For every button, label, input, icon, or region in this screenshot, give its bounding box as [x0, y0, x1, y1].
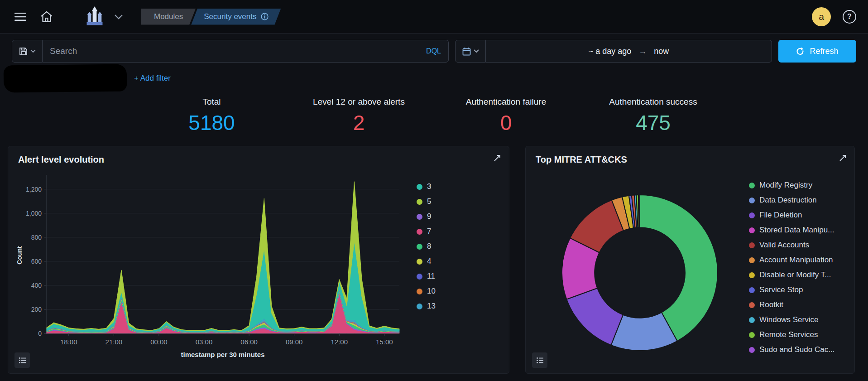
expand-panel-button[interactable]	[839, 154, 847, 164]
legend-color-dot	[749, 257, 755, 263]
legend-color-dot	[749, 242, 755, 248]
legend-label: Account Manipulation	[759, 256, 833, 265]
stat-label: Total	[138, 97, 285, 107]
legend-item[interactable]: 9	[417, 212, 436, 221]
alert-level-evolution-chart[interactable]: 02004006008001,0001,20018:0021:0000:0003…	[14, 170, 413, 365]
legend-color-dot	[417, 304, 422, 309]
topbar-right-group: a ?	[812, 7, 856, 26]
legend-label: 8	[427, 242, 431, 251]
legend-label: Data Destruction	[759, 196, 817, 205]
legend-item[interactable]: 13	[417, 302, 436, 311]
search-group: DQL	[12, 40, 449, 63]
legend-item[interactable]: Modify Registry	[749, 181, 834, 190]
svg-text:12:00: 12:00	[331, 338, 348, 346]
legend-label: 10	[427, 287, 436, 296]
legend-color-dot	[749, 332, 755, 338]
time-range-display[interactable]: ~ a day ago → now	[486, 40, 772, 63]
top-mitre-donut-chart[interactable]	[558, 191, 721, 354]
legend-label: 7	[427, 227, 431, 236]
legend-toggle-button[interactable]	[532, 352, 547, 368]
legend-item[interactable]: 5	[417, 197, 436, 206]
breadcrumb-modules[interactable]: Modules	[141, 9, 196, 25]
dashboard-panels: Alert level evolution 02004006008001,000…	[8, 146, 855, 374]
legend-color-dot	[749, 317, 755, 323]
legend-item[interactable]: Sudo and Sudo Cac...	[749, 345, 834, 354]
panel-title: Alert level evolution	[8, 146, 509, 168]
legend-label: 4	[427, 257, 431, 266]
help-button[interactable]: ?	[843, 10, 856, 24]
legend-label: Disable or Modify T...	[759, 270, 831, 280]
legend-item[interactable]: Stored Data Manipu...	[749, 226, 834, 235]
legend-item[interactable]: Valid Accounts	[749, 241, 834, 250]
stat-value: 475	[580, 111, 727, 135]
legend-item[interactable]: 11	[417, 272, 436, 281]
refresh-icon	[796, 47, 805, 56]
breadcrumb: Modules Security events	[141, 9, 281, 25]
legend-item[interactable]: Disable or Modify T...	[749, 270, 834, 280]
legend-item[interactable]: Windows Service	[749, 315, 834, 324]
expand-icon	[493, 154, 502, 162]
app-logo-castle	[84, 6, 105, 28]
legend-item[interactable]: 8	[417, 242, 436, 251]
legend-item[interactable]: Data Destruction	[749, 196, 834, 205]
stat-label: Authentication success	[580, 97, 727, 107]
legend-label: 9	[427, 212, 431, 221]
legend-color-dot	[417, 244, 422, 250]
user-avatar[interactable]: a	[812, 7, 831, 26]
svg-text:00:00: 00:00	[150, 338, 168, 346]
legend-color-dot	[749, 287, 755, 293]
legend-color-dot	[417, 289, 422, 294]
stat-item: Authentication success475	[580, 97, 727, 135]
svg-text:800: 800	[31, 234, 42, 241]
legend-color-dot	[749, 302, 755, 308]
legend-item[interactable]: 3	[417, 182, 436, 191]
svg-text:03:00: 03:00	[196, 338, 213, 346]
breadcrumb-security-events: Security events	[191, 9, 281, 25]
legend-toggle-button[interactable]	[14, 352, 30, 368]
chevron-down-icon	[114, 14, 123, 19]
legend-item[interactable]: File Deletion	[749, 211, 834, 220]
legend-item[interactable]: 10	[417, 287, 436, 296]
refresh-button-label: Refresh	[810, 47, 838, 56]
app-switcher-chevron-button[interactable]	[111, 11, 126, 22]
summary-stats-row: Total5180Level 12 or above alerts2Authen…	[138, 97, 727, 135]
svg-text:200: 200	[31, 306, 42, 313]
legend-item[interactable]: 4	[417, 257, 436, 266]
svg-text:1,000: 1,000	[26, 210, 42, 217]
stat-value: 2	[285, 111, 432, 135]
add-filter-button[interactable]: + Add filter	[134, 74, 171, 83]
info-icon[interactable]	[261, 13, 269, 20]
home-button[interactable]	[37, 8, 56, 26]
time-range-from[interactable]: ~ a day ago	[589, 47, 632, 56]
legend-item[interactable]: Account Manipulation	[749, 256, 834, 265]
legend-label: File Deletion	[759, 211, 802, 220]
legend-item[interactable]: Rootkit	[749, 300, 834, 309]
chevron-down-icon	[30, 49, 36, 53]
saved-queries-button[interactable]	[12, 40, 43, 63]
time-range-to[interactable]: now	[654, 47, 669, 56]
date-quick-select-button[interactable]	[455, 40, 486, 63]
legend-color-dot	[417, 199, 422, 205]
legend-item[interactable]: 7	[417, 227, 436, 236]
home-icon	[40, 10, 53, 23]
chart-legend: Modify RegistryData DestructionFile Dele…	[749, 181, 834, 354]
stat-value: 5180	[138, 111, 285, 135]
legend-label: Remote Services	[759, 330, 818, 339]
search-box: DQL	[43, 40, 449, 63]
svg-text:18:00: 18:00	[60, 338, 77, 346]
legend-item[interactable]: Remote Services	[749, 330, 834, 339]
query-language-button[interactable]: DQL	[426, 47, 441, 55]
calendar-icon	[462, 47, 471, 56]
expand-panel-button[interactable]	[493, 154, 502, 164]
menu-icon	[14, 12, 26, 21]
legend-item[interactable]: Service Stop	[749, 285, 834, 294]
legend-label: 13	[427, 302, 436, 311]
refresh-button[interactable]: Refresh	[778, 40, 856, 63]
svg-text:0: 0	[38, 330, 42, 337]
search-input[interactable]	[50, 46, 426, 56]
menu-button[interactable]	[12, 10, 29, 24]
expand-icon	[839, 154, 847, 162]
legend-label: Service Stop	[759, 285, 803, 294]
time-picker-group: ~ a day ago → now	[455, 40, 772, 63]
legend-label: 5	[427, 197, 431, 206]
